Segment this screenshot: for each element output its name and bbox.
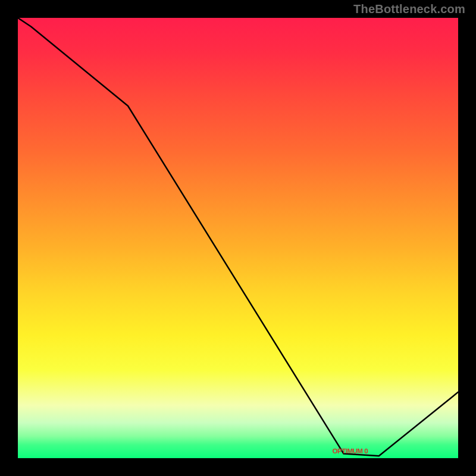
curve-polyline — [18, 18, 458, 456]
watermark-text: TheBottleneck.com — [353, 2, 465, 16]
chart-frame: TheBottleneck.com OPTIMUM 0 — [0, 0, 476, 476]
optimum-label: OPTIMUM 0 — [333, 447, 368, 455]
bottleneck-curve — [18, 18, 458, 458]
plot-area: OPTIMUM 0 — [18, 18, 458, 458]
